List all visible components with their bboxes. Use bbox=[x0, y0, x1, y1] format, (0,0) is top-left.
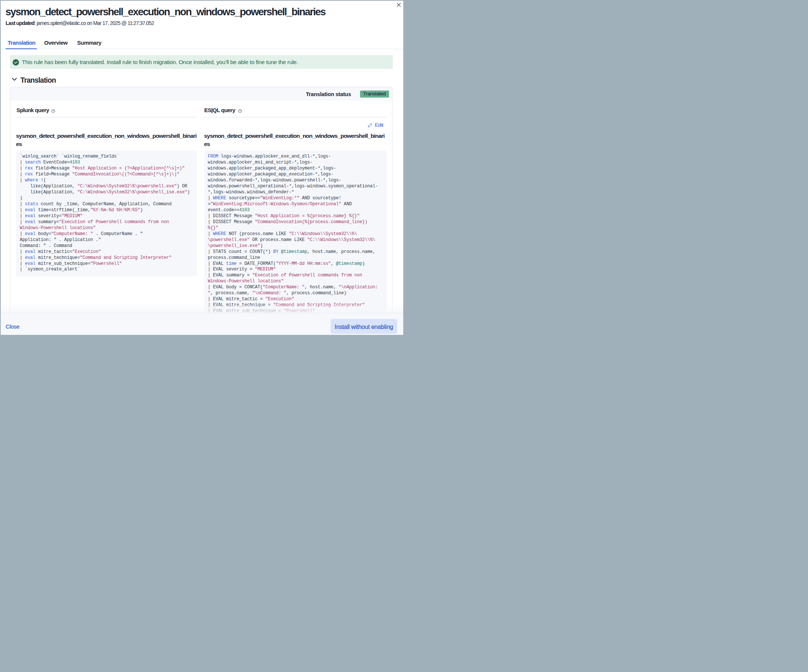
svg-text:?: ? bbox=[53, 110, 54, 112]
